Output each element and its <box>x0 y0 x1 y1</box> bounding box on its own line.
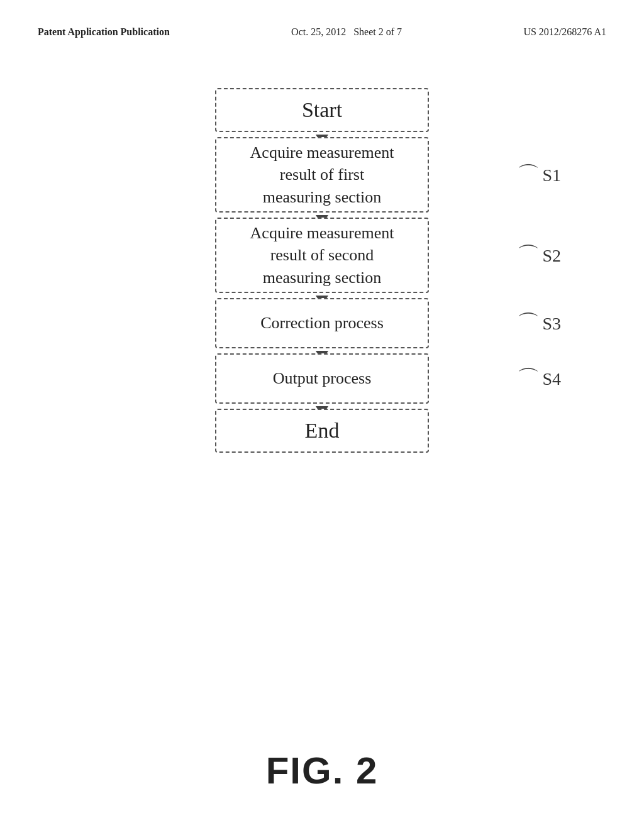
end-box: End <box>215 409 429 453</box>
s4-text: Output process <box>273 367 372 389</box>
s3-label: ⌒ S3 <box>517 308 561 339</box>
flowchart: Start Acquire measurementresult of first… <box>133 88 511 453</box>
s4-box: Output process <box>215 353 429 404</box>
s1-label: ⌒ S1 <box>517 160 561 191</box>
patent-number-label: US 2012/268276 A1 <box>523 25 606 39</box>
s1-row: Acquire measurementresult of firstmeasur… <box>133 137 511 213</box>
s3-row: Correction process ⌒ S3 <box>133 298 511 348</box>
start-label: Start <box>302 96 342 124</box>
s2-row: Acquire measurementresult of secondmeasu… <box>133 218 511 293</box>
s4-row: Output process ⌒ S4 <box>133 353 511 404</box>
s2-label: ⌒ S2 <box>517 240 561 271</box>
s4-label: ⌒ S4 <box>517 363 561 394</box>
s3-box: Correction process <box>215 298 429 348</box>
publication-label: Patent Application Publication <box>38 25 170 39</box>
s2-box: Acquire measurementresult of secondmeasu… <box>215 218 429 293</box>
date-sheet-label: Oct. 25, 2012 Sheet 2 of 7 <box>291 25 402 39</box>
s2-text: Acquire measurementresult of secondmeasu… <box>250 222 394 288</box>
s3-text: Correction process <box>260 312 384 334</box>
page-header: Patent Application Publication Oct. 25, … <box>0 25 644 39</box>
s1-box: Acquire measurementresult of firstmeasur… <box>215 137 429 213</box>
end-label: End <box>305 416 340 445</box>
start-box: Start <box>215 88 429 132</box>
s1-text: Acquire measurementresult of firstmeasur… <box>250 141 394 208</box>
start-row: Start <box>133 88 511 132</box>
figure-label: FIG. 2 <box>266 749 379 792</box>
end-row: End <box>133 409 511 453</box>
